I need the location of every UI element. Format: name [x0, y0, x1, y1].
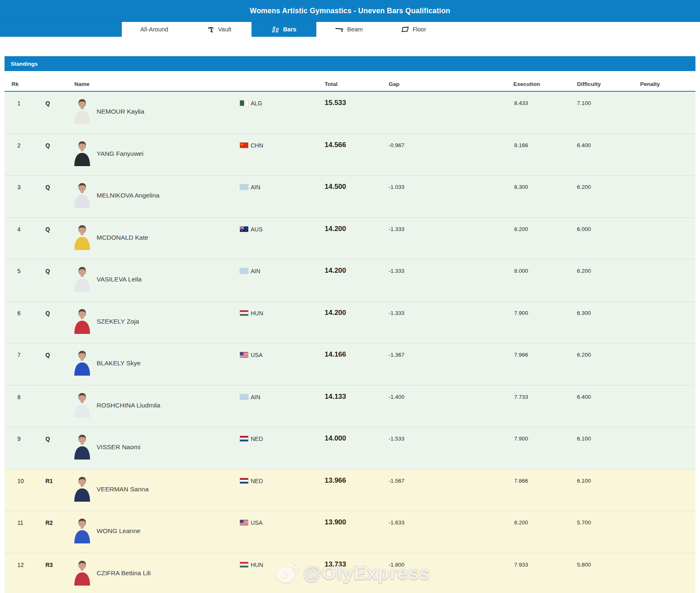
difficulty-score: 6.000 [577, 226, 591, 232]
athlete-photo [74, 224, 91, 250]
flag-icon-alg [240, 100, 248, 106]
table-row[interactable]: 1QNEMOUR KayliaALG15.5338.4337.100 [5, 92, 695, 134]
table-row[interactable]: 10R1VEERMAN SannaNED13.966-1.5677.8666.1… [5, 469, 695, 512]
qualification-badge: Q [45, 142, 50, 149]
athlete-name: YANG Fanyuwei [97, 150, 143, 157]
table-row[interactable]: 5QVASILEVA LeilaAIN14.200-1.3338.0006.20… [5, 260, 695, 302]
country-code: NED [251, 436, 263, 442]
tab-all-around[interactable]: All-Around [122, 22, 187, 37]
difficulty-score: 6.200 [577, 184, 591, 190]
column-header-gap: Gap [389, 81, 399, 87]
flag-icon-aus [240, 226, 248, 232]
athlete-name: MELNIKOVA Angelina [97, 192, 159, 199]
execution-score: 7.900 [514, 310, 528, 316]
table-row[interactable]: 8ROSHCHINA LiudmilaAIN14.133-1.4007.7336… [5, 386, 695, 428]
table-row[interactable]: 7QBLAKELY SkyeUSA14.166-1.3677.9666.200 [5, 343, 695, 386]
page-title: Womens Artistic Gymnastics - Uneven Bars… [250, 7, 450, 15]
tab-beam[interactable]: Beam [316, 22, 381, 37]
total-score: 13.900 [325, 518, 346, 526]
athlete-name: NEMOUR Kaylia [97, 108, 144, 115]
athlete-name: VEERMAN Sanna [97, 486, 149, 493]
column-header-penalty: Penalty [640, 81, 660, 87]
table-row[interactable]: 3QMELNIKOVA AngelinaAIN14.500-1.0338.300… [5, 176, 695, 218]
total-score: 14.166 [325, 350, 346, 359]
execution-score: 8.166 [514, 142, 528, 148]
gap-value: -1.400 [389, 394, 404, 400]
country-code: USA [251, 352, 263, 358]
qualification-badge: Q [45, 352, 50, 358]
total-score: 14.500 [325, 183, 346, 191]
country-code: AIN [251, 268, 260, 274]
flag-icon-ain [240, 268, 248, 274]
qualification-badge: Q [45, 226, 50, 233]
table-row[interactable]: 4QMCDONALD KateAUS14.200-1.3338.2006.000 [5, 218, 695, 260]
athlete-photo [74, 560, 91, 586]
qualification-badge: R2 [45, 519, 53, 526]
difficulty-score: 6.200 [577, 352, 591, 358]
flag-icon-ned [240, 478, 248, 483]
rank-value: 12 [17, 562, 24, 568]
total-score: 15.533 [325, 99, 346, 107]
difficulty-score: 7.100 [577, 100, 591, 106]
rank-value: 3 [17, 184, 21, 191]
difficulty-score: 6.100 [577, 478, 591, 484]
gap-value: -1.333 [389, 268, 404, 274]
tab-vault[interactable]: Vault [187, 22, 252, 37]
difficulty-score: 6.100 [577, 436, 591, 442]
rank-value: 6 [17, 310, 21, 317]
athlete-name: SZEKELY Zoja [97, 318, 139, 325]
tab-floor[interactable]: Floor [381, 22, 446, 37]
standings-table: 1QNEMOUR KayliaALG15.5338.4337.1002QYANG… [5, 92, 695, 593]
athlete-photo [74, 518, 91, 543]
standings-section-bar: Standings [5, 56, 695, 71]
qualification-badge: R1 [45, 478, 53, 484]
table-row[interactable]: 9QVISSER NaomiNED14.000-1.5337.9006.100 [5, 427, 695, 469]
athlete-photo [74, 350, 91, 376]
total-score: 14.200 [325, 225, 346, 233]
beam-icon [335, 26, 344, 33]
gap-value: -1.333 [389, 226, 404, 232]
rank-value: 4 [17, 226, 21, 233]
athlete-photo [74, 182, 91, 208]
table-row[interactable]: 2QYANG FanyuweiCHN14.566-0.9678.1666.400 [5, 134, 695, 176]
qualification-badge: Q [45, 100, 50, 107]
difficulty-score: 5.800 [577, 562, 591, 568]
execution-score: 8.200 [514, 519, 528, 526]
country-code: AIN [251, 184, 260, 191]
execution-score: 8.000 [514, 268, 528, 274]
table-row[interactable]: 6QSZEKELY ZojaHUN14.200-1.3337.9006.300 [5, 302, 695, 344]
gap-value: -0.967 [389, 142, 404, 148]
total-score: 14.200 [325, 267, 346, 275]
apparatus-tabs: All-AroundVaultBarsBeamFloor [0, 22, 700, 37]
qualification-badge: Q [45, 268, 50, 274]
bars-icon [271, 26, 280, 33]
country-code: AIN [251, 394, 260, 400]
rank-value: 9 [17, 436, 21, 442]
rank-value: 8 [17, 394, 21, 400]
country-code: CHN [251, 142, 263, 149]
athlete-name: BLAKELY Skye [97, 360, 140, 367]
tabs-right-spacer [446, 22, 700, 37]
execution-score: 8.200 [514, 226, 528, 232]
athlete-photo [74, 392, 91, 418]
table-row[interactable]: 11R2WONG LeanneUSA13.900-1.6338.2005.700 [5, 511, 695, 553]
athlete-name: ROSHCHINA Liudmila [97, 402, 160, 409]
athlete-photo [74, 98, 91, 124]
rank-value: 5 [17, 268, 21, 274]
flag-icon-hun [240, 310, 248, 316]
tab-bars[interactable]: Bars [252, 22, 316, 37]
total-score: 13.966 [325, 476, 346, 485]
tab-label: Beam [347, 26, 363, 33]
table-row[interactable]: 12R3CZIFRA Bettina LiliHUN13.733-1.8007.… [5, 553, 695, 593]
standings-label: Standings [11, 61, 38, 67]
execution-score: 7.733 [514, 394, 528, 400]
difficulty-score: 5.700 [577, 519, 591, 526]
athlete-name: CZIFRA Bettina Lili [97, 569, 151, 577]
tab-label: All-Around [140, 26, 168, 33]
total-score: 13.733 [325, 560, 346, 569]
execution-score: 7.900 [514, 436, 528, 442]
athlete-photo [74, 141, 91, 166]
athlete-name: WONG Leanne [97, 527, 140, 535]
flag-icon-ned [240, 436, 248, 441]
column-header-difficulty: Difficulty [577, 81, 601, 87]
